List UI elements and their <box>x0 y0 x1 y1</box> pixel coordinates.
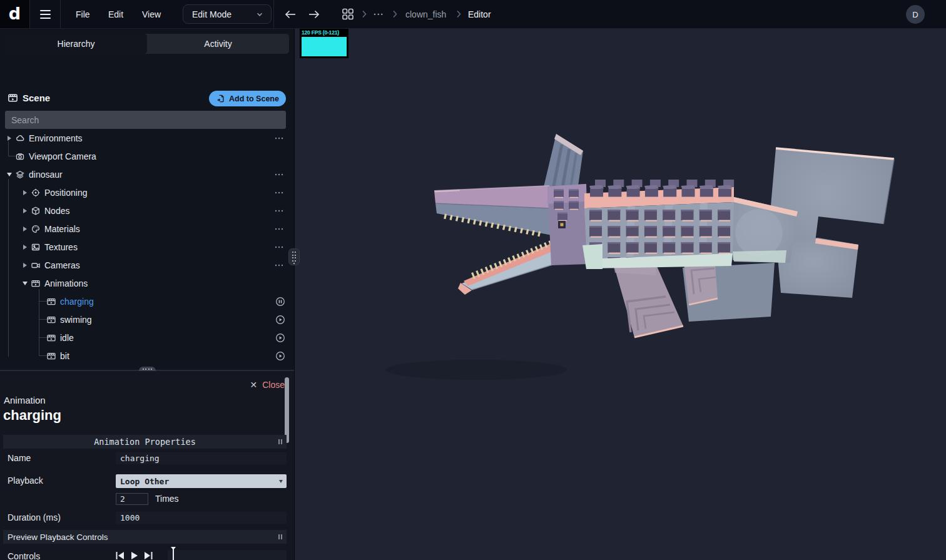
dashboard-grid-icon[interactable] <box>342 0 354 28</box>
3d-viewport[interactable]: 120 FPS (0-121) <box>294 29 946 560</box>
row-options-icon[interactable] <box>274 206 284 216</box>
app-window: d File Edit View Edit Mode ··· clown_fis… <box>0 0 946 560</box>
select-arrow-icon <box>279 480 283 483</box>
expander-closed-icon[interactable] <box>4 133 15 144</box>
play-circle-icon[interactable] <box>275 351 285 361</box>
target-icon <box>31 188 41 198</box>
expander-closed-icon[interactable] <box>19 187 31 198</box>
back-arrow-button[interactable] <box>283 8 298 21</box>
tab-activity[interactable]: Activity <box>147 34 289 54</box>
tree-item-label: Animations <box>44 278 88 288</box>
play-circle-icon[interactable] <box>275 315 285 325</box>
add-to-scene-button[interactable]: Add to Scene <box>209 91 286 106</box>
row-options-icon[interactable] <box>274 170 284 180</box>
app-logo[interactable]: d <box>0 0 30 28</box>
tree-item-animations[interactable]: Animations <box>0 274 294 292</box>
breadcrumb-chevron-icon <box>392 0 398 28</box>
timeline-scrubber[interactable] <box>173 547 174 560</box>
tree-item-positioning[interactable]: Positioning <box>0 183 294 201</box>
tree-guide-line <box>39 337 47 338</box>
user-avatar[interactable]: D <box>906 5 925 24</box>
scene-icon <box>8 93 18 103</box>
tree-item-label: idle <box>60 333 74 343</box>
skip-end-button[interactable] <box>143 551 153 560</box>
playback-label: Playback <box>8 476 43 486</box>
3d-model-clown-fish[interactable] <box>295 29 946 560</box>
expander-closed-icon[interactable] <box>19 205 31 216</box>
tree-item-viewport-camera[interactable]: Viewport Camera <box>0 147 294 165</box>
menu-view[interactable]: View <box>142 0 161 28</box>
pause-circle-icon[interactable] <box>275 297 285 307</box>
section-collapse-handle[interactable] <box>278 534 282 539</box>
mode-select[interactable]: Edit Mode <box>183 4 272 24</box>
duration-field[interactable]: 1000 <box>116 512 287 524</box>
tree-guide-line <box>39 301 47 302</box>
skip-start-button[interactable] <box>115 551 125 560</box>
breadcrumb-current-page: Editor <box>468 0 491 28</box>
play-circle-icon[interactable] <box>275 333 285 343</box>
inspector-scrollbar[interactable] <box>285 377 289 443</box>
cloud-icon <box>15 133 25 143</box>
expander-closed-icon[interactable] <box>19 260 31 271</box>
inspector-title: charging <box>3 407 61 424</box>
scene-header-row: Scene Add to Scene <box>0 89 294 108</box>
row-options-icon[interactable] <box>274 224 284 234</box>
tree-guide-line <box>8 179 9 357</box>
tree-item-label: Environments <box>29 133 83 143</box>
row-options-icon[interactable] <box>274 188 284 198</box>
sidebar-resize-handle[interactable] <box>288 248 300 265</box>
tree-item-label: Materials <box>44 224 80 234</box>
playback-select[interactable]: Loop Other <box>116 474 287 488</box>
model-shadow <box>385 360 567 380</box>
section-collapse-handle[interactable] <box>278 439 282 444</box>
expander-closed-icon[interactable] <box>19 223 31 235</box>
palette-icon <box>31 224 41 234</box>
tree-item-label: dinosaur <box>29 170 63 180</box>
breadcrumb-chevron-icon <box>455 0 462 28</box>
tree-item-materials[interactable]: Materials <box>0 220 294 238</box>
tree-guide-line <box>39 319 47 320</box>
play-button[interactable] <box>130 551 140 560</box>
times-input[interactable]: 2 <box>116 493 148 505</box>
search-input[interactable] <box>5 111 286 129</box>
menu-edit[interactable]: Edit <box>108 0 123 28</box>
tree-item-dinosaur[interactable]: dinosaur <box>0 165 294 183</box>
tree-item-environments[interactable]: Environments <box>0 129 294 147</box>
breadcrumb-project[interactable]: clown_fish <box>405 0 446 28</box>
timeline-slider[interactable] <box>168 550 287 560</box>
clapper-icon <box>46 333 56 343</box>
tree-item-nodes[interactable]: Nodes <box>0 201 294 220</box>
animation-inspector-panel: ✕ Close Animation charging Animation Pro… <box>0 371 294 560</box>
cube-icon <box>31 206 41 216</box>
breadcrumb-ellipsis[interactable]: ··· <box>374 0 384 28</box>
row-options-icon[interactable] <box>274 260 284 270</box>
expander-closed-icon[interactable] <box>19 242 31 253</box>
tab-hierarchy[interactable]: Hierarchy <box>5 34 147 54</box>
name-field[interactable]: charging <box>116 452 287 464</box>
row-options-icon[interactable] <box>274 133 284 143</box>
fps-graph <box>302 37 347 56</box>
row-options-icon[interactable] <box>274 242 284 252</box>
hamburger-menu-button[interactable] <box>30 0 61 28</box>
section-animation-properties[interactable]: Animation Properties <box>3 435 287 449</box>
tree-item-label: charging <box>60 297 94 307</box>
tree-item-label: Textures <box>44 242 78 252</box>
tree-item-cameras[interactable]: Cameras <box>0 256 294 274</box>
clapper-icon <box>46 315 56 325</box>
menu-file[interactable]: File <box>76 0 90 28</box>
tree-item-label: swiming <box>60 315 92 325</box>
model-upper-jaw <box>434 186 552 237</box>
forward-arrow-button[interactable] <box>307 8 322 21</box>
tree-item-textures[interactable]: Textures <box>0 238 294 256</box>
top-bar: d File Edit View Edit Mode ··· clown_fis… <box>0 0 946 29</box>
expander-open-icon[interactable] <box>4 169 15 180</box>
layers-icon <box>15 170 25 180</box>
breadcrumb-chevron-icon <box>361 0 367 28</box>
model-body <box>582 180 734 269</box>
section-preview-playback[interactable]: Preview Playback Controls <box>3 530 287 544</box>
hierarchy-tree: EnvironmentsViewport CameradinosaurPosit… <box>0 129 294 369</box>
tree-item-label: Nodes <box>44 206 69 216</box>
camera-icon <box>15 151 25 161</box>
close-panel-button[interactable]: ✕ Close <box>250 380 285 390</box>
expander-open-icon[interactable] <box>19 278 31 289</box>
